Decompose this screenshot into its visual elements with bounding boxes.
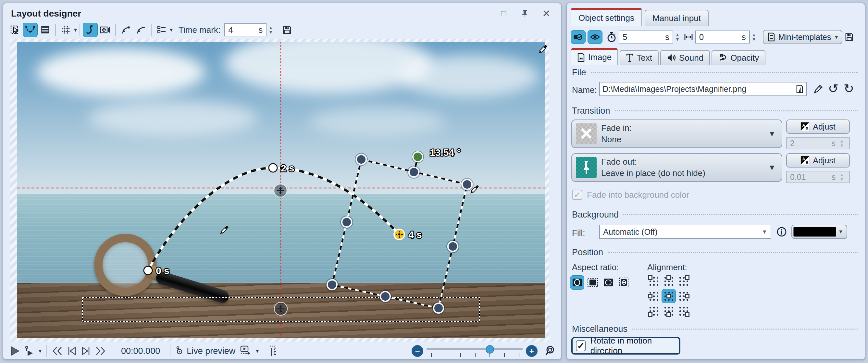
zoom-out-button[interactable]: − bbox=[412, 345, 423, 357]
keyframe-4s-selected[interactable] bbox=[394, 229, 404, 240]
offset-stepper[interactable]: ▲▼ bbox=[750, 32, 758, 41]
maximize-icon[interactable]: □ bbox=[498, 8, 509, 19]
duration-input[interactable] bbox=[623, 32, 662, 42]
tab-object-settings[interactable]: Object settings bbox=[571, 8, 642, 26]
align-top-right-button[interactable] bbox=[677, 274, 691, 288]
settings-tabs: Object settings Manual input bbox=[571, 8, 711, 26]
rotation-angle-label: 13.54 ° bbox=[430, 147, 461, 158]
align-top-left-button[interactable] bbox=[647, 274, 661, 288]
keyframe-0s[interactable] bbox=[144, 266, 152, 275]
info-icon[interactable] bbox=[775, 225, 788, 238]
time-mark-unit: s bbox=[256, 25, 262, 35]
object-center-marker[interactable] bbox=[274, 302, 287, 315]
fill-label: Fill: bbox=[572, 228, 585, 238]
remove-keyframe-button[interactable] bbox=[133, 23, 148, 37]
curve-mode-button[interactable] bbox=[83, 23, 98, 37]
rotate-right-icon[interactable]: ↻ bbox=[842, 81, 856, 96]
preview-window-icon[interactable] bbox=[237, 344, 253, 358]
align-middle-right-button[interactable] bbox=[677, 289, 691, 303]
zoom-slider-thumb[interactable] bbox=[486, 345, 494, 354]
preview-options-caret[interactable]: ▾ bbox=[253, 344, 261, 358]
layers-tool-button[interactable] bbox=[38, 23, 53, 37]
align-middle-left-button[interactable] bbox=[647, 289, 661, 303]
text-icon bbox=[626, 54, 633, 62]
duration-stepper[interactable]: ▲▼ bbox=[673, 32, 682, 41]
visibility-eye-button[interactable] bbox=[588, 30, 602, 44]
aspect-stretch-button[interactable] bbox=[586, 275, 600, 290]
rotation-handle[interactable] bbox=[412, 151, 424, 163]
previous-frame-button[interactable] bbox=[65, 344, 79, 358]
rewind-button[interactable] bbox=[50, 344, 65, 358]
fade-in-adjust-button[interactable]: AB Adjust bbox=[786, 120, 850, 134]
performance-monitor-icon[interactable] bbox=[267, 344, 280, 358]
zoom-fit-icon[interactable] bbox=[543, 344, 559, 358]
rotate-in-motion-direction-checkbox[interactable]: ✓ Rotate in motion direction bbox=[571, 337, 680, 355]
fade-out-adjust-button[interactable]: AB Adjust bbox=[786, 153, 850, 168]
object-settings-panel: Object settings Manual input s ▲▼ s ▲▼ bbox=[566, 3, 865, 360]
tab-manual-input[interactable]: Manual input bbox=[645, 10, 709, 26]
save-icon[interactable] bbox=[279, 23, 294, 37]
offset-input[interactable] bbox=[699, 32, 739, 42]
live-preview-label: Live preview bbox=[185, 346, 237, 356]
motion-path-tool-button[interactable] bbox=[23, 23, 38, 37]
offset-spinbox[interactable]: s bbox=[695, 31, 750, 43]
layout-canvas[interactable]: 0 s 2 s 4 s 13.54 ° bbox=[10, 39, 549, 341]
fade-out-dropdown[interactable]: Fade out: Leave in place (do not hide) ▼ bbox=[571, 153, 782, 182]
fade-in-dropdown[interactable]: Fade in: None ▼ bbox=[571, 120, 782, 148]
aspect-custom-button[interactable] bbox=[617, 275, 631, 290]
chevron-down-icon: ▼ bbox=[836, 229, 845, 235]
keyframe-2s[interactable] bbox=[269, 164, 277, 172]
pin-icon[interactable] bbox=[519, 8, 530, 19]
play-button[interactable] bbox=[8, 344, 22, 358]
color-swatch bbox=[793, 227, 836, 237]
live-preview-pin-icon[interactable] bbox=[173, 344, 185, 358]
next-frame-button[interactable] bbox=[79, 344, 93, 358]
zoom-in-button[interactable]: + bbox=[526, 345, 537, 357]
grid-tool-button[interactable] bbox=[58, 23, 73, 37]
align-bottom-right-button[interactable] bbox=[677, 304, 691, 318]
motion-path[interactable] bbox=[148, 168, 399, 270]
time-mark-spinbox[interactable]: s bbox=[224, 23, 267, 36]
fade-in-thumbnail bbox=[576, 123, 597, 144]
browse-file-icon[interactable] bbox=[796, 84, 804, 94]
tab-opacity[interactable]: Opacity bbox=[712, 50, 766, 65]
aspect-crop-button[interactable] bbox=[601, 275, 616, 290]
fade-into-background-checkbox[interactable]: ✓ Fade into background color bbox=[572, 190, 689, 200]
apply-toggle-button[interactable] bbox=[571, 30, 586, 44]
zoom-slider[interactable] bbox=[427, 345, 523, 357]
fill-dropdown[interactable]: Automatic (Off) ▼ bbox=[599, 225, 771, 239]
file-name-input[interactable] bbox=[602, 84, 796, 94]
align-bottom-left-button[interactable] bbox=[647, 304, 661, 318]
close-icon[interactable]: ✕ bbox=[541, 8, 552, 19]
playback-time: 00:00.000 bbox=[114, 346, 167, 356]
mini-templates-dropdown[interactable]: Mini-templates ▾ bbox=[763, 30, 843, 44]
fast-forward-button[interactable] bbox=[93, 344, 108, 358]
play-from-timemark-button[interactable] bbox=[22, 344, 36, 358]
svg-text:A: A bbox=[802, 123, 805, 128]
display-options-button[interactable] bbox=[154, 23, 169, 37]
time-mark-stepper[interactable]: ▲▼ bbox=[267, 25, 275, 34]
file-name-field[interactable] bbox=[599, 82, 807, 96]
aspect-ratio-label: Aspect ratio: bbox=[572, 262, 619, 272]
brush-cursor-icon bbox=[539, 45, 547, 53]
tab-image[interactable]: Image bbox=[571, 48, 618, 65]
display-options-caret[interactable]: ▾ bbox=[170, 26, 173, 33]
select-tool-button[interactable] bbox=[8, 23, 23, 37]
edit-image-icon[interactable] bbox=[812, 83, 825, 95]
aspect-keep-button[interactable] bbox=[570, 275, 584, 290]
time-mark-input[interactable] bbox=[228, 25, 256, 35]
rotate-left-icon[interactable]: ↺ bbox=[827, 81, 840, 96]
grid-dropdown-caret[interactable]: ▾ bbox=[74, 26, 77, 33]
align-bottom-center-button[interactable] bbox=[661, 304, 676, 318]
save-template-icon[interactable] bbox=[842, 30, 856, 44]
fill-color-picker[interactable]: ▼ bbox=[792, 225, 847, 239]
add-keyframe-button[interactable] bbox=[119, 23, 133, 37]
duration-spinbox[interactable]: s bbox=[619, 31, 673, 43]
play-options-caret[interactable]: ▾ bbox=[36, 344, 44, 358]
align-center-button[interactable] bbox=[661, 289, 676, 303]
rotation-center-marker[interactable] bbox=[274, 184, 287, 197]
tab-text[interactable]: Text bbox=[620, 50, 659, 65]
align-top-center-button[interactable] bbox=[661, 274, 676, 288]
tab-sound[interactable]: Sound bbox=[660, 50, 710, 65]
fit-camera-button[interactable] bbox=[98, 23, 113, 37]
